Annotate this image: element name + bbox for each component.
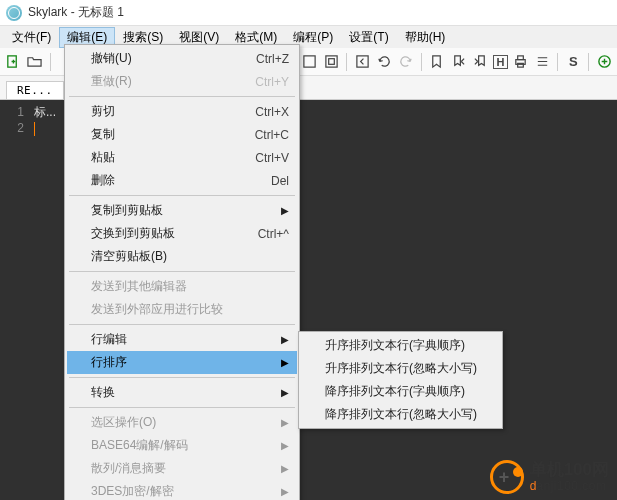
submenu-item[interactable]: 降序排列文本行(忽略大小写) [301, 403, 500, 426]
menu-item[interactable]: 剪切Ctrl+X [67, 100, 297, 123]
s-icon[interactable]: S [564, 52, 582, 72]
menu-shortcut: Ctrl+V [255, 151, 289, 165]
menu-item-label: 重做(R) [91, 73, 255, 90]
menu-item[interactable]: 行排序▶ [67, 351, 297, 374]
app-icon [6, 5, 22, 21]
submenu-arrow-icon: ▶ [281, 440, 289, 451]
tool-icon-2[interactable] [322, 52, 340, 72]
menu-item-label: 清空剪贴板(B) [91, 248, 289, 265]
submenu-arrow-icon: ▶ [281, 387, 289, 398]
bookmark-next-icon[interactable] [471, 52, 489, 72]
menu-item: 发送到外部应用进行比较 [67, 298, 297, 321]
menu-settings[interactable]: 设置(T) [341, 27, 396, 48]
menu-shortcut: Ctrl+C [255, 128, 289, 142]
menu-item-label: 选区操作(O) [91, 414, 289, 431]
menu-item-label: 粘贴 [91, 149, 255, 166]
redo-icon[interactable] [397, 52, 415, 72]
menu-item[interactable]: 交换到到剪贴板Ctrl+^ [67, 222, 297, 245]
submenu-arrow-icon: ▶ [281, 463, 289, 474]
line-gutter: 1 2 [0, 100, 30, 500]
menu-item-label: 发送到其他编辑器 [91, 278, 289, 295]
menu-item[interactable]: 复制Ctrl+C [67, 123, 297, 146]
menu-item: 选区操作(O)▶ [67, 411, 297, 434]
menu-item: 重做(R)Ctrl+Y [67, 70, 297, 93]
toolbar-separator [557, 53, 558, 71]
edit-dropdown: 撤销(U)Ctrl+Z重做(R)Ctrl+Y剪切Ctrl+X复制Ctrl+C粘贴… [64, 44, 300, 500]
h-icon[interactable]: H [493, 55, 508, 69]
back-icon[interactable] [353, 52, 371, 72]
svg-rect-6 [518, 56, 524, 60]
submenu-arrow-icon: ▶ [281, 417, 289, 428]
menu-item-label: 行编辑 [91, 331, 289, 348]
menu-help[interactable]: 帮助(H) [397, 27, 454, 48]
watermark-url: danji100.com [530, 480, 609, 494]
menu-file[interactable]: 文件(F) [4, 27, 59, 48]
menu-item[interactable]: 撤销(U)Ctrl+Z [67, 47, 297, 70]
toolbar-separator [421, 53, 422, 71]
submenu-arrow-icon: ▶ [281, 486, 289, 497]
list-icon[interactable] [534, 52, 552, 72]
svg-rect-2 [326, 56, 337, 67]
menu-item[interactable]: 复制到剪贴板▶ [67, 199, 297, 222]
menu-separator [69, 407, 295, 408]
menu-item[interactable]: 行编辑▶ [67, 328, 297, 351]
menu-item-label: 复制 [91, 126, 255, 143]
submenu-arrow-icon: ▶ [281, 357, 289, 368]
submenu-item[interactable]: 升序排列文本行(忽略大小写) [301, 357, 500, 380]
svg-rect-4 [357, 56, 368, 67]
menu-item-label: 行排序 [91, 354, 289, 371]
tab-active[interactable]: RE... [6, 81, 64, 99]
menu-item-label: 交换到到剪贴板 [91, 225, 258, 242]
submenu-arrow-icon: ▶ [281, 205, 289, 216]
bookmark-icon[interactable] [428, 52, 446, 72]
menu-item-label: 转换 [91, 384, 289, 401]
tool-icon-1[interactable] [301, 52, 319, 72]
menu-item[interactable]: 粘贴Ctrl+V [67, 146, 297, 169]
add-icon[interactable] [595, 52, 613, 72]
menu-item[interactable]: 转换▶ [67, 381, 297, 404]
titlebar: Skylark - 无标题 1 [0, 0, 617, 26]
menu-shortcut: Ctrl+Z [256, 52, 289, 66]
menu-separator [69, 271, 295, 272]
menu-shortcut: Ctrl+Y [255, 75, 289, 89]
menu-item: BASE64编解/解码▶ [67, 434, 297, 457]
menu-item-label: 发送到外部应用进行比较 [91, 301, 289, 318]
undo-icon[interactable] [375, 52, 393, 72]
bookmark-prev-icon[interactable] [450, 52, 468, 72]
svg-rect-7 [518, 63, 524, 67]
svg-rect-3 [329, 59, 335, 65]
submenu-item[interactable]: 升序排列文本行(字典顺序) [301, 334, 500, 357]
menu-item[interactable]: 删除Del [67, 169, 297, 192]
menu-separator [69, 96, 295, 97]
menu-item-label: 撤销(U) [91, 50, 256, 67]
window-title: Skylark - 无标题 1 [28, 4, 124, 21]
menu-item: 3DES加密/解密▶ [67, 480, 297, 500]
toolbar-separator [588, 53, 589, 71]
watermark-title: 单机100网 [530, 460, 609, 480]
submenu-item[interactable]: 降序排列文本行(字典顺序) [301, 380, 500, 403]
caret [34, 122, 35, 136]
toolbar-separator [346, 53, 347, 71]
menu-shortcut: Del [271, 174, 289, 188]
svg-rect-1 [304, 56, 315, 67]
menu-item: 发送到其他编辑器 [67, 275, 297, 298]
menu-item: 散列/消息摘要▶ [67, 457, 297, 480]
menu-separator [69, 324, 295, 325]
submenu-arrow-icon: ▶ [281, 334, 289, 345]
menu-shortcut: Ctrl+^ [258, 227, 289, 241]
menu-item-label: 3DES加密/解密 [91, 483, 289, 500]
menu-shortcut: Ctrl+X [255, 105, 289, 119]
new-file-icon[interactable] [4, 52, 22, 72]
sort-submenu: 升序排列文本行(字典顺序)升序排列文本行(忽略大小写)降序排列文本行(字典顺序)… [298, 331, 503, 429]
print-icon[interactable] [512, 52, 530, 72]
open-file-icon[interactable] [26, 52, 44, 72]
line-number: 2 [0, 120, 24, 136]
toolbar-separator [50, 53, 51, 71]
menu-separator [69, 377, 295, 378]
watermark: 单机100网 danji100.com [490, 460, 609, 494]
menu-item-label: BASE64编解/解码 [91, 437, 289, 454]
menu-item-label: 散列/消息摘要 [91, 460, 289, 477]
menu-item-label: 剪切 [91, 103, 255, 120]
menu-item[interactable]: 清空剪贴板(B) [67, 245, 297, 268]
menu-item-label: 复制到剪贴板 [91, 202, 289, 219]
